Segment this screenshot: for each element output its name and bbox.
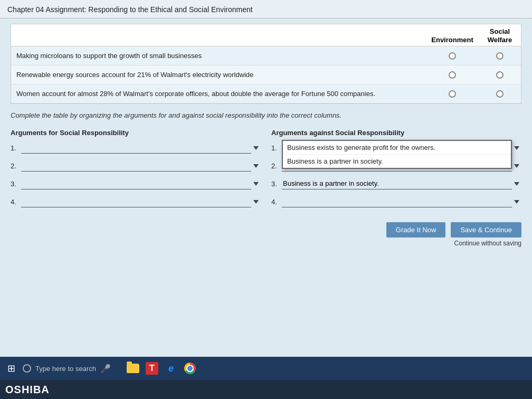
t-icon: T — [146, 362, 158, 375]
typora-icon[interactable]: T — [145, 361, 159, 376]
statement-text: Women account for almost 28% of Walmart'… — [11, 87, 426, 101]
argument-for-row-2: 2. — [11, 160, 261, 172]
content-area: Environment SocialWelfare Making microlo… — [0, 18, 532, 357]
argument-against-input-4[interactable] — [282, 196, 512, 207]
chevron-down-icon — [514, 182, 519, 186]
arguments-for-column: Arguments for Social Responsibility 1. 2… — [11, 129, 261, 214]
grade-it-now-button[interactable]: Grade It Now — [386, 222, 446, 238]
radio-button[interactable] — [496, 71, 504, 79]
chevron-down-icon — [253, 200, 259, 204]
taskbar: ⊞ Type here to search 🎤 T e — [0, 357, 532, 380]
environment-header: Environment — [426, 36, 479, 44]
argument-against-row-3: 3. — [271, 178, 521, 189]
argument-dropdown-popup[interactable]: Business exists to generate profit for t… — [282, 140, 512, 169]
buttons-row: Grade It Now Save & Continue — [386, 222, 521, 238]
argument-number: 4. — [11, 198, 21, 206]
main-content: Chapter 04 Assignment: Responding to the… — [0, 0, 532, 357]
brand-bar: OSHIBA — [0, 380, 532, 399]
buttons-area: Grade It Now Save & Continue Continue wi… — [11, 222, 521, 249]
arguments-against-title: Arguments against Social Responsibility — [271, 129, 521, 137]
argument-against-row-4: 4. — [271, 196, 521, 207]
chevron-down-icon — [514, 200, 519, 204]
search-circle-icon — [23, 364, 31, 373]
chevron-down-icon — [514, 164, 519, 168]
popup-item-2[interactable]: Business is a partner in society. — [283, 154, 511, 168]
save-continue-button[interactable]: Save & Continue — [451, 222, 521, 238]
arguments-against-column: Arguments against Social Responsibility … — [271, 129, 521, 214]
argument-for-dropdown-4[interactable] — [251, 196, 261, 207]
search-text[interactable]: Type here to search — [35, 365, 96, 373]
env-radio-1[interactable] — [426, 52, 479, 60]
folder-icon — [127, 364, 139, 373]
chrome-logo-icon — [184, 363, 196, 374]
chevron-down-icon — [253, 164, 259, 168]
argument-for-dropdown-3[interactable] — [251, 178, 261, 189]
argument-for-input-3[interactable] — [21, 178, 251, 189]
popup-item-1[interactable]: Business exists to generate profit for t… — [283, 141, 511, 154]
argument-for-dropdown-2[interactable] — [251, 160, 261, 172]
browser-e-icon: e — [168, 363, 174, 374]
argument-number: 4. — [271, 198, 282, 206]
argument-number: 3. — [11, 180, 21, 188]
arguments-section: Arguments for Social Responsibility 1. 2… — [11, 129, 521, 214]
radio-button[interactable] — [449, 90, 456, 98]
table-header: Environment SocialWelfare — [11, 24, 521, 46]
welfare-header: SocialWelfare — [479, 27, 521, 44]
arguments-for-title: Arguments for Social Responsibility — [11, 129, 261, 137]
chevron-down-icon — [514, 146, 519, 150]
instructions-text: Complete the table by organizing the arg… — [11, 104, 521, 124]
radio-button[interactable] — [449, 52, 456, 60]
chevron-down-icon — [253, 182, 259, 186]
file-explorer-icon[interactable] — [126, 361, 140, 376]
argument-number: 1. — [271, 144, 282, 152]
radio-button[interactable] — [496, 52, 504, 60]
radio-button[interactable] — [449, 71, 456, 79]
argument-number: 2. — [271, 162, 282, 170]
welfare-radio-3[interactable] — [479, 90, 521, 98]
argument-for-input-2[interactable] — [21, 160, 251, 172]
microphone-icon[interactable]: 🎤 — [100, 364, 111, 374]
argument-number: 3. — [271, 180, 282, 188]
taskbar-icons: T e — [126, 361, 197, 376]
argument-for-dropdown-1[interactable] — [251, 142, 261, 154]
windows-start-button[interactable]: ⊞ — [4, 363, 18, 374]
statement-text: Making microloans to support the growth … — [11, 49, 426, 63]
edge-icon[interactable]: e — [164, 361, 178, 376]
env-radio-3[interactable] — [426, 90, 479, 98]
table-row: Renewable energy sources account for 21%… — [11, 65, 521, 84]
argument-against-input-3[interactable] — [282, 178, 512, 189]
chevron-down-icon — [253, 146, 259, 150]
welfare-radio-1[interactable] — [479, 52, 521, 60]
argument-against-dropdown-2[interactable] — [512, 160, 521, 172]
env-radio-2[interactable] — [426, 71, 479, 79]
argument-for-row-1: 1. — [11, 142, 261, 154]
argument-against-dropdown-4[interactable] — [512, 196, 521, 207]
argument-number: 1. — [11, 144, 21, 152]
chrome-icon[interactable] — [183, 361, 197, 376]
argument-against-dropdown-3[interactable] — [512, 178, 521, 189]
argument-for-row-4: 4. — [11, 196, 261, 207]
page-title: Chapter 04 Assignment: Responding to the… — [0, 0, 532, 18]
argument-for-input-4[interactable] — [21, 196, 251, 207]
brand-name: OSHIBA — [5, 384, 50, 396]
categorization-table: Environment SocialWelfare Making microlo… — [11, 24, 521, 104]
argument-for-row-3: 3. — [11, 178, 261, 189]
welfare-radio-2[interactable] — [479, 71, 521, 79]
argument-number: 2. — [11, 162, 21, 170]
radio-button[interactable] — [496, 90, 504, 98]
continue-without-saving-link[interactable]: Continue without saving — [454, 240, 521, 247]
argument-against-dropdown-1[interactable] — [512, 142, 521, 154]
table-row: Women account for almost 28% of Walmart'… — [11, 84, 521, 103]
table-row: Making microloans to support the growth … — [11, 46, 521, 65]
argument-for-input-1[interactable] — [21, 142, 251, 154]
statement-text: Renewable energy sources account for 21%… — [11, 68, 426, 82]
argument-against-row-1: 1. Business exists to generate profit fo… — [271, 142, 521, 154]
